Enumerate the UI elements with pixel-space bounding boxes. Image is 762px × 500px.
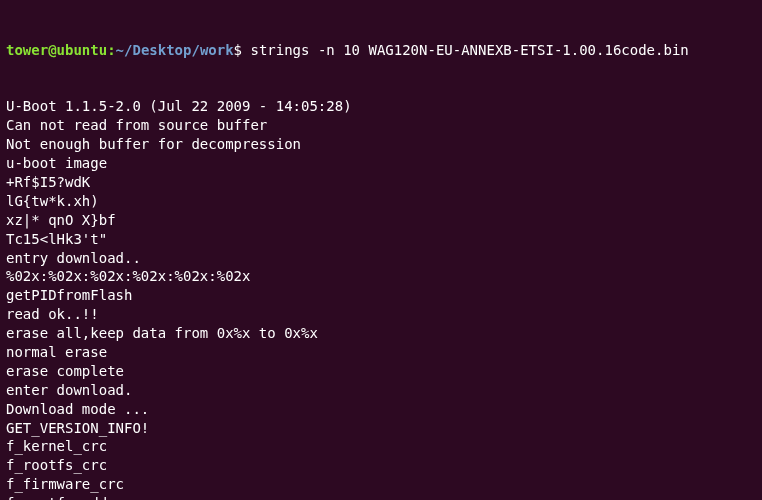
prompt-path: ~/Desktop/work: [116, 42, 234, 58]
output-line: lG{tw*k.xh): [6, 192, 756, 211]
output-line: read ok..!!: [6, 305, 756, 324]
output-line: xz|* qnO X}bf: [6, 211, 756, 230]
output-line: f_kernel_crc: [6, 437, 756, 456]
prompt-dollar: $: [234, 42, 251, 58]
output-line: +Rf$I5?wdK: [6, 173, 756, 192]
output-line: Can not read from source buffer: [6, 116, 756, 135]
terminal-window[interactable]: tower@ubuntu:~/Desktop/work$ strings -n …: [6, 3, 756, 500]
output-line: Download mode ...: [6, 400, 756, 419]
output-line: Tc15<lHk3't": [6, 230, 756, 249]
output-line: f_rootfs_addr: [6, 494, 756, 500]
entered-command: strings -n 10 WAG120N-EU-ANNEXB-ETSI-1.0…: [250, 42, 688, 58]
output-line: %02x:%02x:%02x:%02x:%02x:%02x: [6, 267, 756, 286]
output-line: getPIDfromFlash: [6, 286, 756, 305]
prompt-separator: :: [107, 42, 115, 58]
prompt-user-host: tower@ubuntu: [6, 42, 107, 58]
output-line: erase all,keep data from 0x%x to 0x%x: [6, 324, 756, 343]
command-line: tower@ubuntu:~/Desktop/work$ strings -n …: [6, 41, 756, 60]
output-line: erase complete: [6, 362, 756, 381]
output-line: f_firmware_crc: [6, 475, 756, 494]
output-line: enter download.: [6, 381, 756, 400]
output-line: u-boot image: [6, 154, 756, 173]
output-line: f_rootfs_crc: [6, 456, 756, 475]
output-line: normal erase: [6, 343, 756, 362]
output-line: U-Boot 1.1.5-2.0 (Jul 22 2009 - 14:05:28…: [6, 97, 756, 116]
output-line: Not enough buffer for decompression: [6, 135, 756, 154]
command-output: U-Boot 1.1.5-2.0 (Jul 22 2009 - 14:05:28…: [6, 97, 756, 500]
output-line: entry download..: [6, 249, 756, 268]
output-line: GET_VERSION_INFO!: [6, 419, 756, 438]
